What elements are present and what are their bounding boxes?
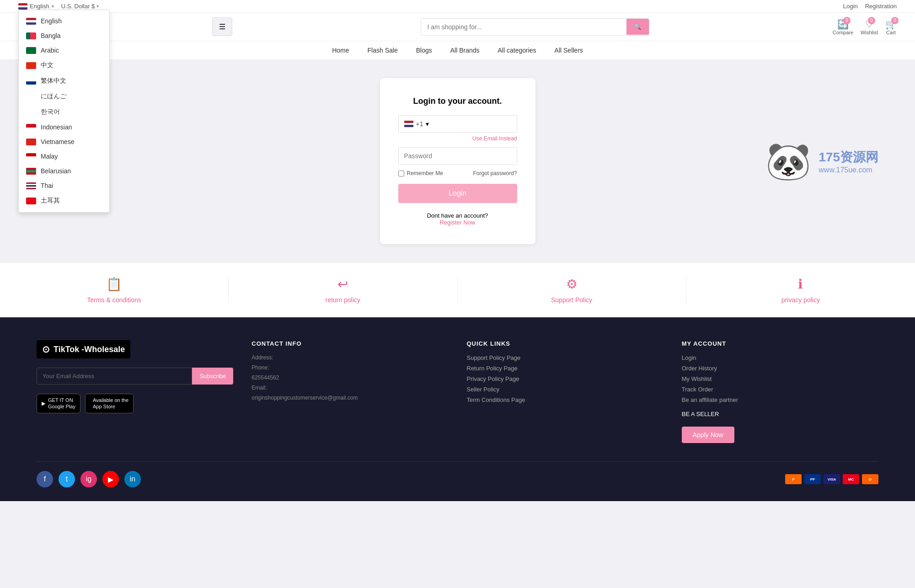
header: sale ☰ 🔍 🔄 0 Compare ♡ 0 Wishlist 🛒 0 Ca… xyxy=(0,13,915,41)
lang-item[interactable]: 한국어 xyxy=(19,104,109,120)
lang-item[interactable]: Thai xyxy=(19,178,109,193)
my-account-title: MY ACCOUNT xyxy=(682,340,878,347)
lang-item[interactable]: Bangla xyxy=(19,28,109,43)
privacy-policy-link[interactable]: Privacy Policy Page xyxy=(467,375,664,382)
youtube-icon-btn[interactable]: ▶ xyxy=(102,471,119,487)
use-email-link[interactable]: Use Email Instead xyxy=(398,135,517,142)
current-flag xyxy=(18,3,27,10)
app-store-badge[interactable]: Available on theApp Store xyxy=(85,394,134,413)
privacy-label: privacy policy xyxy=(781,296,820,304)
remember-me-checkbox[interactable] xyxy=(398,171,404,176)
search-input[interactable] xyxy=(421,19,626,35)
lang-item[interactable]: 土耳其 xyxy=(19,193,109,208)
top-bar-right: Login Registration xyxy=(843,3,897,10)
term-conditions-link[interactable]: Term Conditions Page xyxy=(467,396,664,403)
hamburger-btn[interactable]: ☰ xyxy=(212,17,232,36)
forgot-password-link[interactable]: Forgot password? xyxy=(473,170,517,176)
lang-item[interactable]: English xyxy=(19,14,109,28)
nav-blogs[interactable]: Blogs xyxy=(416,47,432,54)
compare-badge: 0 xyxy=(843,17,851,24)
no-account-text: Dont have an account? xyxy=(427,212,488,219)
footer-logo: ⊙ TikTok -Wholesale xyxy=(37,340,130,358)
subscribe-input[interactable] xyxy=(37,368,192,385)
track-order-link[interactable]: Track Order xyxy=(682,386,878,393)
google-play-badge[interactable]: ▶ GET IT ONGoogle Play xyxy=(37,394,80,413)
policy-return[interactable]: ↩ return policy xyxy=(229,277,457,304)
footer-quick-links: QUICK LINKS Support Policy Page Return P… xyxy=(467,340,664,443)
language-selector[interactable]: English ▾ EnglishBanglaArabic中文繁体中文にほんご한… xyxy=(18,3,54,10)
phone-code: +1 xyxy=(416,120,423,128)
watermark-brand: 175资源网 xyxy=(819,149,878,166)
facebook-icon-btn[interactable]: f xyxy=(37,471,53,487)
footer-contact: CONTACT INFO Address: Phone: 625544562 E… xyxy=(251,340,448,443)
nav-home[interactable]: Home xyxy=(332,47,349,54)
login-button[interactable]: Login xyxy=(398,184,517,203)
lang-item-label: 繁体中文 xyxy=(41,77,66,85)
nav-all-categories[interactable]: All categories xyxy=(498,47,536,54)
terms-label: Terms & conditions xyxy=(87,296,141,304)
top-bar-left: English ▾ EnglishBanglaArabic中文繁体中文にほんご한… xyxy=(18,3,99,10)
lang-item[interactable]: 中文 xyxy=(19,58,109,73)
wishlist-badge: 0 xyxy=(868,17,875,24)
lang-item[interactable]: Vietnamese xyxy=(19,134,109,149)
menu-icon[interactable]: ☰ xyxy=(212,17,232,36)
remember-me-label[interactable]: Remember Me xyxy=(398,170,443,176)
panda-icon: 🐼 xyxy=(765,140,811,183)
cart-icon-btn[interactable]: 🛒 0 Cart xyxy=(885,19,897,35)
linkedin-icon-btn[interactable]: in xyxy=(124,471,141,487)
login-card: Login to your account. +1 ▾ Use Email In… xyxy=(380,78,535,244)
return-policy-link[interactable]: Return Policy Page xyxy=(467,365,664,372)
support-label: Support Policy xyxy=(551,296,592,304)
policy-support[interactable]: ⚙ Support Policy xyxy=(458,277,686,304)
quick-links-title: QUICK LINKS xyxy=(467,340,664,347)
compare-label: Compare xyxy=(833,30,853,35)
lang-item[interactable]: Indonesian xyxy=(19,120,109,134)
affiliate-link[interactable]: Be an affiliate partner xyxy=(682,396,878,403)
footer-brand: ⊙ TikTok -Wholesale Subscribe ▶ GET IT O… xyxy=(37,340,233,443)
subscribe-button[interactable]: Subscribe xyxy=(192,368,233,385)
lang-item[interactable]: Belarusian xyxy=(19,164,109,178)
support-policy-link[interactable]: Support Policy Page xyxy=(467,354,664,361)
register-now-link[interactable]: Register Now xyxy=(398,219,517,226)
footer-my-account: MY ACCOUNT Login Order History My Wishli… xyxy=(682,340,878,443)
cart-label: Cart xyxy=(886,30,896,35)
lang-item[interactable]: Malay xyxy=(19,149,109,164)
nav-all-brands[interactable]: All Brands xyxy=(450,47,480,54)
wishlist-icon-btn[interactable]: ♡ 0 Wishlist xyxy=(861,19,878,35)
register-section: Dont have an account? Register Now xyxy=(398,212,517,226)
policy-privacy[interactable]: ℹ privacy policy xyxy=(686,277,915,304)
top-bar: English ▾ EnglishBanglaArabic中文繁体中文にほんご한… xyxy=(0,0,915,13)
lang-item[interactable]: Arabic xyxy=(19,43,109,58)
be-seller-label: BE A SELLER xyxy=(682,411,878,417)
lang-item-label: 土耳其 xyxy=(41,197,60,205)
currency-selector[interactable]: U.S. Dollar $ ▾ xyxy=(61,3,99,10)
nav-flash-sale[interactable]: Flash Sale xyxy=(368,47,398,54)
apply-now-button[interactable]: Apply Now xyxy=(682,427,734,443)
instagram-icon-btn[interactable]: ig xyxy=(80,471,97,487)
seller-policy-link[interactable]: Seller Policy xyxy=(467,386,664,393)
lang-item[interactable]: にほんご xyxy=(19,89,109,104)
order-history-link[interactable]: Order History xyxy=(682,365,878,372)
return-icon: ↩ xyxy=(337,277,348,292)
policy-terms[interactable]: 📋 Terms & conditions xyxy=(0,277,229,304)
register-link[interactable]: Registration xyxy=(865,3,897,10)
login-options: Remember Me Forgot password? xyxy=(398,170,517,176)
phone-flag-icon xyxy=(404,121,413,127)
phone-label: Phone: xyxy=(251,364,448,371)
nav-all-sellers[interactable]: All Sellers xyxy=(555,47,583,54)
my-wishlist-link[interactable]: My Wishlist xyxy=(682,375,878,382)
footer: ⊙ TikTok -Wholesale Subscribe ▶ GET IT O… xyxy=(0,317,915,501)
password-input[interactable] xyxy=(398,147,517,165)
lang-item[interactable]: 繁体中文 xyxy=(19,73,109,89)
login-link[interactable]: Login xyxy=(843,3,858,10)
account-login-link[interactable]: Login xyxy=(682,354,878,361)
phone-dropdown-arrow: ▾ xyxy=(426,120,429,128)
currency-chevron-icon: ▾ xyxy=(96,4,99,9)
lang-item-label: Malay xyxy=(41,153,58,160)
compare-icon-btn[interactable]: 🔄 0 Compare xyxy=(833,19,853,35)
search-button[interactable]: 🔍 xyxy=(626,19,649,35)
terms-icon: 📋 xyxy=(106,277,122,292)
twitter-icon-btn[interactable]: t xyxy=(59,471,75,487)
watermark-url: www.175ue.com xyxy=(819,166,878,174)
phone-input-container[interactable]: +1 ▾ xyxy=(398,115,517,133)
